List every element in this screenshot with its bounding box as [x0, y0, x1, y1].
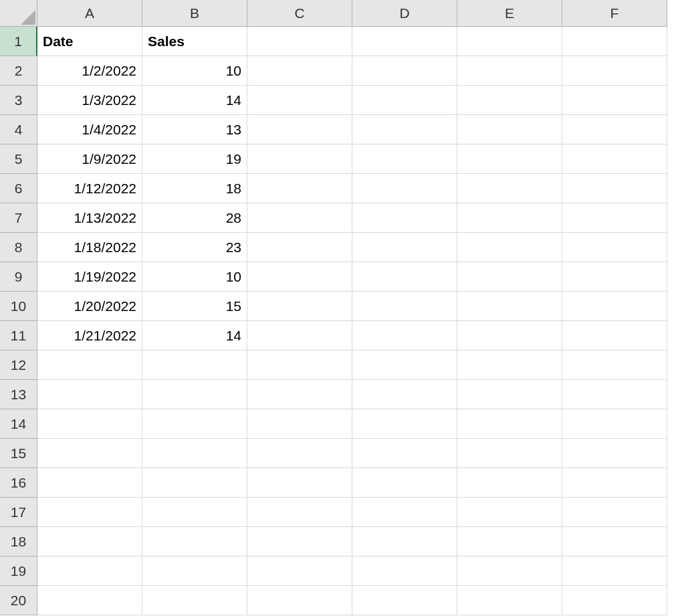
- column-header-B[interactable]: B: [142, 0, 247, 27]
- cell-E18[interactable]: [457, 527, 562, 556]
- cell-D2[interactable]: [352, 56, 457, 86]
- cell-E7[interactable]: [457, 203, 562, 233]
- cell-E8[interactable]: [457, 233, 562, 262]
- cell-C11[interactable]: [247, 321, 352, 350]
- cell-C18[interactable]: [247, 527, 352, 556]
- cell-F3[interactable]: [562, 86, 667, 115]
- row-header-10[interactable]: 10: [0, 292, 37, 321]
- cell-C2[interactable]: [247, 56, 352, 86]
- cell-D8[interactable]: [352, 233, 457, 262]
- cell-A16[interactable]: [37, 468, 142, 498]
- cell-C4[interactable]: [247, 115, 352, 144]
- cell-D11[interactable]: [352, 321, 457, 350]
- cell-D1[interactable]: [352, 27, 457, 56]
- cell-C5[interactable]: [247, 144, 352, 174]
- cell-C10[interactable]: [247, 292, 352, 321]
- cell-F19[interactable]: [562, 556, 667, 586]
- cell-F15[interactable]: [562, 439, 667, 468]
- cell-A12[interactable]: [37, 350, 142, 380]
- cell-A3[interactable]: 1/3/2022: [37, 86, 142, 115]
- cell-B4[interactable]: 13: [142, 115, 247, 144]
- cell-F8[interactable]: [562, 233, 667, 262]
- cell-B6[interactable]: 18: [142, 174, 247, 203]
- cell-A6[interactable]: 1/12/2022: [37, 174, 142, 203]
- row-header-13[interactable]: 13: [0, 380, 37, 409]
- row-header-16[interactable]: 16: [0, 468, 37, 498]
- cell-E10[interactable]: [457, 292, 562, 321]
- cell-D13[interactable]: [352, 380, 457, 409]
- row-header-11[interactable]: 11: [0, 321, 37, 350]
- column-header-E[interactable]: E: [457, 0, 562, 27]
- cell-D17[interactable]: [352, 498, 457, 527]
- cell-F18[interactable]: [562, 527, 667, 556]
- cell-A17[interactable]: [37, 498, 142, 527]
- cell-D19[interactable]: [352, 556, 457, 586]
- cell-E3[interactable]: [457, 86, 562, 115]
- cell-B18[interactable]: [142, 527, 247, 556]
- cell-E20[interactable]: [457, 586, 562, 615]
- cell-A5[interactable]: 1/9/2022: [37, 144, 142, 174]
- cell-A13[interactable]: [37, 380, 142, 409]
- cell-C1[interactable]: [247, 27, 352, 56]
- cell-F4[interactable]: [562, 115, 667, 144]
- row-header-15[interactable]: 15: [0, 439, 37, 468]
- select-all-corner[interactable]: [0, 0, 37, 27]
- cell-C13[interactable]: [247, 380, 352, 409]
- cell-D7[interactable]: [352, 203, 457, 233]
- cell-B10[interactable]: 15: [142, 292, 247, 321]
- cell-E4[interactable]: [457, 115, 562, 144]
- cell-B12[interactable]: [142, 350, 247, 380]
- cell-E16[interactable]: [457, 468, 562, 498]
- row-header-6[interactable]: 6: [0, 174, 37, 203]
- cell-E11[interactable]: [457, 321, 562, 350]
- cell-B11[interactable]: 14: [142, 321, 247, 350]
- row-header-5[interactable]: 5: [0, 144, 37, 174]
- cell-C8[interactable]: [247, 233, 352, 262]
- cell-C19[interactable]: [247, 556, 352, 586]
- cell-E6[interactable]: [457, 174, 562, 203]
- cell-F2[interactable]: [562, 56, 667, 86]
- cell-A4[interactable]: 1/4/2022: [37, 115, 142, 144]
- cell-C20[interactable]: [247, 586, 352, 615]
- cell-E19[interactable]: [457, 556, 562, 586]
- cell-A11[interactable]: 1/21/2022: [37, 321, 142, 350]
- row-header-9[interactable]: 9: [0, 262, 37, 292]
- cell-A8[interactable]: 1/18/2022: [37, 233, 142, 262]
- cell-A7[interactable]: 1/13/2022: [37, 203, 142, 233]
- cell-F6[interactable]: [562, 174, 667, 203]
- cell-F13[interactable]: [562, 380, 667, 409]
- cell-E2[interactable]: [457, 56, 562, 86]
- row-header-7[interactable]: 7: [0, 203, 37, 233]
- row-header-12[interactable]: 12: [0, 350, 37, 380]
- row-header-2[interactable]: 2: [0, 56, 37, 86]
- column-header-C[interactable]: C: [247, 0, 352, 27]
- cell-B14[interactable]: [142, 409, 247, 439]
- row-header-4[interactable]: 4: [0, 115, 37, 144]
- column-header-D[interactable]: D: [352, 0, 457, 27]
- cell-D6[interactable]: [352, 174, 457, 203]
- cell-D20[interactable]: [352, 586, 457, 615]
- cell-C7[interactable]: [247, 203, 352, 233]
- cell-A9[interactable]: 1/19/2022: [37, 262, 142, 292]
- cell-F20[interactable]: [562, 586, 667, 615]
- cell-B5[interactable]: 19: [142, 144, 247, 174]
- cell-C3[interactable]: [247, 86, 352, 115]
- cell-F7[interactable]: [562, 203, 667, 233]
- cell-D15[interactable]: [352, 439, 457, 468]
- cell-D4[interactable]: [352, 115, 457, 144]
- cell-F5[interactable]: [562, 144, 667, 174]
- row-header-3[interactable]: 3: [0, 86, 37, 115]
- cell-E17[interactable]: [457, 498, 562, 527]
- cell-C15[interactable]: [247, 439, 352, 468]
- cell-D5[interactable]: [352, 144, 457, 174]
- cell-B13[interactable]: [142, 380, 247, 409]
- cell-D16[interactable]: [352, 468, 457, 498]
- cell-E15[interactable]: [457, 439, 562, 468]
- cell-F17[interactable]: [562, 498, 667, 527]
- cell-C12[interactable]: [247, 350, 352, 380]
- cell-B8[interactable]: 23: [142, 233, 247, 262]
- row-header-20[interactable]: 20: [0, 586, 37, 615]
- cell-C6[interactable]: [247, 174, 352, 203]
- cell-F10[interactable]: [562, 292, 667, 321]
- cell-A19[interactable]: [37, 556, 142, 586]
